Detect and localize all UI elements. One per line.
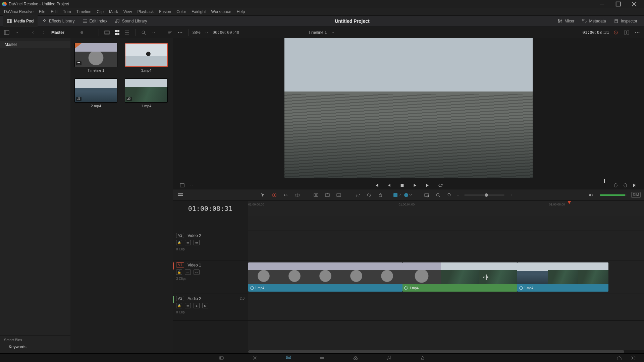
bin-menu-button[interactable] <box>176 28 184 37</box>
overwrite-clip-button[interactable] <box>323 191 332 199</box>
flag-menu[interactable] <box>393 193 401 197</box>
menu-color[interactable]: Color <box>174 8 189 15</box>
smartbin-keywords[interactable]: Keywords <box>0 343 70 351</box>
solo-toggle[interactable]: S <box>194 303 200 308</box>
window-maximize-button[interactable] <box>610 0 626 8</box>
clip-timeline 1[interactable]: Timeline 1 <box>74 43 117 72</box>
next-clip-button[interactable] <box>424 182 431 189</box>
menu-clip[interactable]: Clip <box>94 8 106 15</box>
bypass-grades-button[interactable] <box>612 28 620 37</box>
clip-2-mp4[interactable]: 2.mp4 <box>74 78 117 108</box>
track-head-v1[interactable]: V1Video 1 🔒 ▭ ▭ 3 Clips <box>173 260 248 294</box>
menu-playback[interactable]: Playback <box>135 8 156 15</box>
media-pool-toggle[interactable]: Media Pool <box>3 15 38 27</box>
bin-sidebar-toggle[interactable] <box>3 28 11 37</box>
clip-3-mp4[interactable]: 3.mp4 <box>125 43 168 72</box>
metadata-toggle[interactable]: Metadata <box>579 15 609 27</box>
effects-library-toggle[interactable]: Effects Library <box>38 15 78 27</box>
timeline-name[interactable]: Timeline 1 <box>309 30 327 35</box>
chevron-down-icon[interactable] <box>13 28 21 37</box>
dim-button[interactable]: DIM <box>631 192 641 198</box>
window-close-button[interactable] <box>627 0 642 8</box>
timeline-view-options[interactable] <box>176 191 185 199</box>
track-visible-toggle[interactable]: ▭ <box>194 269 200 275</box>
lane-v1[interactable]: 1.mp41.mp41.mp4 <box>248 260 644 294</box>
viewer-scrubbar[interactable] <box>175 178 641 182</box>
timeline-clip[interactable]: 1.mp4 <box>517 262 608 292</box>
record-timecode[interactable]: 01:00:08:31 <box>583 30 609 35</box>
track-enable-toggle[interactable]: ▭ <box>185 269 191 275</box>
lane-a2[interactable] <box>248 294 644 321</box>
page-cut[interactable] <box>248 354 262 362</box>
menu-fairlight[interactable]: Fairlight <box>189 8 209 15</box>
search-button[interactable] <box>140 28 148 37</box>
view-thumb-button[interactable] <box>113 28 121 37</box>
loop-button[interactable] <box>437 182 444 189</box>
play-button[interactable] <box>412 182 418 189</box>
track-visible-toggle[interactable]: ▭ <box>194 240 200 245</box>
viewer-image[interactable] <box>284 38 533 178</box>
marker-menu[interactable] <box>404 193 412 197</box>
prev-clip-button[interactable] <box>373 182 380 189</box>
nav-back-button[interactable] <box>29 28 37 37</box>
page-color[interactable] <box>349 354 362 362</box>
zoom-full-button[interactable] <box>422 191 431 199</box>
menu-view[interactable]: View <box>121 8 135 15</box>
lock-icon[interactable]: 🔒 <box>176 269 182 275</box>
stop-button[interactable] <box>399 182 406 189</box>
dynamic-trim-tool[interactable] <box>281 191 290 199</box>
timeline-playhead-tc[interactable]: 01:00:08:31 <box>173 201 248 216</box>
zoom-detail-button[interactable] <box>434 191 442 199</box>
menu-trim[interactable]: Trim <box>60 8 74 15</box>
timeline-clip[interactable]: 1.mp4 <box>248 262 402 292</box>
clip-1-mp4[interactable]: 1.mp4 <box>125 78 168 108</box>
window-minimize-button[interactable] <box>594 0 610 8</box>
timeline-ruler[interactable]: 01:00:00:0001:00:04:0001:00:08:00 <box>248 201 644 216</box>
dual-viewer-button[interactable] <box>623 28 631 37</box>
home-button[interactable] <box>612 354 626 362</box>
timeline-clip[interactable]: 1.mp4 <box>402 262 517 292</box>
track-chip[interactable]: V2 <box>176 233 184 238</box>
settings-button[interactable] <box>627 354 640 362</box>
link-toggle[interactable] <box>365 191 373 199</box>
viewer-zoom[interactable]: 38% <box>193 30 201 35</box>
lock-icon[interactable]: 🔒 <box>176 240 182 245</box>
timeline-playhead[interactable] <box>569 201 569 353</box>
mixer-toggle[interactable]: Mixer <box>554 15 578 27</box>
sort-button[interactable] <box>166 28 174 37</box>
view-filmstrip-button[interactable] <box>103 28 111 37</box>
zoom-options-icon[interactable] <box>203 28 211 37</box>
mark-out-button[interactable] <box>622 182 629 189</box>
razor-tool[interactable] <box>353 191 362 199</box>
goto-end-button[interactable] <box>631 182 638 189</box>
menu-timeline[interactable]: Timeline <box>73 8 94 15</box>
mute-button[interactable] <box>586 191 595 199</box>
sound-library-toggle[interactable]: Sound Library <box>111 15 151 27</box>
page-fusion[interactable] <box>315 354 329 362</box>
monitor-volume-slider[interactable] <box>600 194 627 196</box>
track-enable-toggle[interactable]: ▭ <box>185 303 191 308</box>
timeline-name-chevron-icon[interactable] <box>330 30 335 35</box>
mark-in-button[interactable] <box>612 182 619 189</box>
timeline-tracks[interactable]: 01:00:00:0001:00:04:0001:00:08:00 1.mp41… <box>248 201 644 353</box>
step-back-button[interactable] <box>386 182 393 189</box>
mute-toggle[interactable]: M <box>202 303 208 308</box>
lane-v2[interactable] <box>248 231 644 260</box>
viewer-menu-button[interactable] <box>633 28 641 37</box>
menu-mark[interactable]: Mark <box>106 8 121 15</box>
zoom-custom-button[interactable] <box>445 191 454 199</box>
lock-icon[interactable]: 🔒 <box>176 303 182 308</box>
bin-master[interactable]: Master <box>0 41 70 48</box>
menu-davinci-resolve[interactable]: DaVinci Resolve <box>1 8 36 15</box>
menu-edit[interactable]: Edit <box>48 8 60 15</box>
track-chip[interactable]: A2 <box>176 296 184 301</box>
selection-tool[interactable] <box>259 191 267 199</box>
replace-clip-button[interactable] <box>334 191 343 199</box>
edit-index-toggle[interactable]: Edit Index <box>79 15 111 27</box>
chevron-down-icon[interactable] <box>188 182 195 189</box>
blade-tool[interactable] <box>293 191 302 199</box>
page-fairlight[interactable] <box>382 354 396 362</box>
page-media[interactable] <box>215 354 228 362</box>
inspector-toggle[interactable]: Inspector <box>610 15 641 27</box>
timeline-zoom-slider[interactable] <box>464 194 504 196</box>
